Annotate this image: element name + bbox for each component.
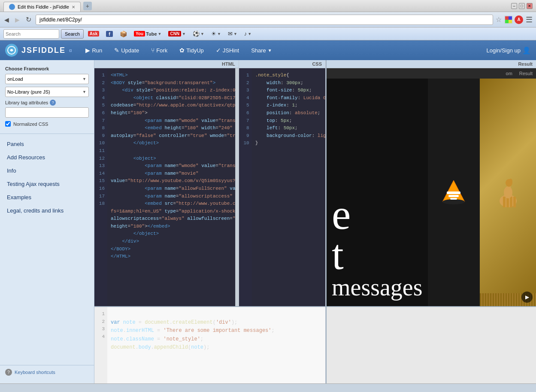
result-result-label: Result [519,71,533,76]
sidebar-item-examples[interactable]: Examples [0,191,94,204]
result-messages-text: messages [332,274,423,301]
new-tab-btn[interactable]: + [83,2,92,10]
jshint-button[interactable]: ✓ JSHint [211,44,244,56]
maximize-btn[interactable]: □ [519,3,525,9]
cnn-icon: CNN [168,31,181,36]
logo-area: JSFIDDLE α [5,44,72,57]
music-icon: ♪ [244,30,247,37]
browser-tab[interactable]: Edit this Fiddle - jsFiddle ✕ [3,2,81,12]
js-editor-body[interactable]: 1234 var note = document.createElement('… [94,307,325,383]
js-code-content[interactable]: var note = document.createElement('div')… [107,307,325,383]
bottom-bar [0,383,536,392]
svg-point-7 [442,199,465,204]
tab-favicon [9,4,15,10]
css-line-numbers: 12345678910 [239,68,252,306]
css-code-content[interactable]: .note_style{ width: 300px; font-size: 50… [252,68,325,306]
html-code-content[interactable]: <HTML> <BODY style="background:transpare… [107,68,235,306]
share-button[interactable]: Share ▼ [246,45,277,56]
html-scrollbar[interactable] [235,68,239,306]
library-attr-input[interactable] [5,107,89,118]
music-arrow: ▼ [248,32,251,36]
update-icon: ✎ [114,47,119,54]
library-select[interactable]: No-Library (pure JS) [5,87,89,97]
tab-close-btn[interactable]: ✕ [72,5,75,9]
ask-nav-icon[interactable]: A [515,15,523,24]
address-bar[interactable] [36,15,493,25]
fork-button[interactable]: ⑂ Fork [146,44,173,56]
result-main-area: e t messages [327,79,536,306]
bookmark-ask[interactable]: Ask [85,30,102,37]
menu-btn[interactable]: ☰ [525,15,533,24]
normalized-css-checkbox[interactable] [5,121,11,127]
editors-row: HTML 123456789101112131415161718 <HTML> … [94,60,536,306]
play-button[interactable]: ▶ [521,292,533,303]
result-bottom-area [326,307,536,383]
sidebar-item-add-resources[interactable]: Add Resources [0,151,94,164]
svg-rect-8 [447,191,460,194]
youtube-icon: You [134,31,145,36]
bookmark-mail[interactable]: ✉ ▼ [225,30,240,38]
svg-rect-2 [505,20,509,23]
sidebar-item-panels[interactable]: Panels [0,137,94,151]
vlc-area [428,79,480,306]
framework-section: Choose Framework onLoad ▼ No-Library (pu… [0,64,94,130]
bookmarks-bar: Search Ask f 📦 YouTube ▼ CNN ▼ ⚽ ▼ ☀ ▼ ✉… [0,27,536,40]
sport-icon: ⚽ [193,30,200,37]
mail-icon: ✉ [228,30,233,37]
bookmark-music[interactable]: ♪ ▼ [242,30,254,38]
result-header: Result [327,60,536,68]
js-editor-wrapper: 1234 var note = document.createElement('… [94,307,326,383]
svg-point-19 [509,179,512,184]
svg-rect-14 [510,197,512,207]
result-content: om Result e t messages [327,68,536,306]
framework-label: Choose Framework [5,66,89,71]
back-btn[interactable]: ◀ [3,15,11,24]
share-label: Share [251,47,266,54]
jshint-label: JSHint [223,47,239,54]
window-controls: – □ ✕ [511,3,533,9]
css-editor-panel: CSS 12345678910 .note_style{ width: 300p… [239,60,326,306]
update-label: Update [121,47,139,54]
sidebar-item-info[interactable]: Info [0,164,94,177]
logo-icon [5,44,18,57]
tidyup-button[interactable]: ✿ TidyUp [174,44,209,56]
color-icon[interactable] [504,15,513,24]
main-layout: Choose Framework onLoad ▼ No-Library (pu… [0,60,536,383]
sport-arrow: ▼ [200,32,204,36]
ask-icon: Ask [88,31,99,36]
bookmark-amazon[interactable]: 📦 [117,30,130,38]
login-button[interactable]: Login/Sign up 👤 [486,46,531,55]
execution-select[interactable]: onLoad [5,74,89,84]
css-editor-header: CSS [239,60,325,68]
sidebar-item-testing[interactable]: Testing Ajax requests [0,177,94,191]
result-thumbnail: ▶ [480,79,536,306]
jshint-icon: ✓ [216,47,221,54]
weather-icon: ☀ [211,30,216,37]
footer-help-icon[interactable]: ? [5,369,12,376]
sidebar-item-legal[interactable]: Legal, credits and links [0,204,94,217]
forward-btn[interactable]: ▶ [13,15,21,24]
facebook-icon: f [106,31,113,37]
normalized-css-label: Normalized CSS [13,122,48,127]
bookmark-youtube[interactable]: YouTube ▼ [131,30,164,37]
css-editor-body[interactable]: 12345678910 .note_style{ width: 300px; f… [239,68,325,306]
bookmark-weather[interactable]: ☀ ▼ [209,30,224,38]
keyboard-shortcuts-link[interactable]: Keyboard shortcuts [15,370,55,375]
search-input[interactable] [3,29,59,39]
update-button[interactable]: ✎ Update [109,44,144,56]
search-box: Search [3,29,84,39]
search-button[interactable]: Search [61,29,84,39]
library-help-icon[interactable]: ? [50,100,56,106]
bookmark-facebook[interactable]: f [103,30,115,38]
bookmark-sport[interactable]: ⚽ ▼ [190,30,207,38]
close-btn[interactable]: ✕ [527,3,533,9]
js-editor-panel: 1234 var note = document.createElement('… [94,306,536,383]
bookmark-cnn[interactable]: CNN ▼ [166,30,188,37]
browser-titlebar: Edit this Fiddle - jsFiddle ✕ + – □ ✕ [0,0,536,12]
minimize-btn[interactable]: – [511,3,517,9]
logo-text: JSFIDDLE [21,46,66,55]
html-editor-body[interactable]: 123456789101112131415161718 <HTML> <BODY… [94,68,239,306]
run-button[interactable]: ▶ Run [80,44,107,56]
reload-btn[interactable]: ↻ [24,15,33,24]
bookmark-star-icon[interactable]: ☆ [496,15,502,24]
